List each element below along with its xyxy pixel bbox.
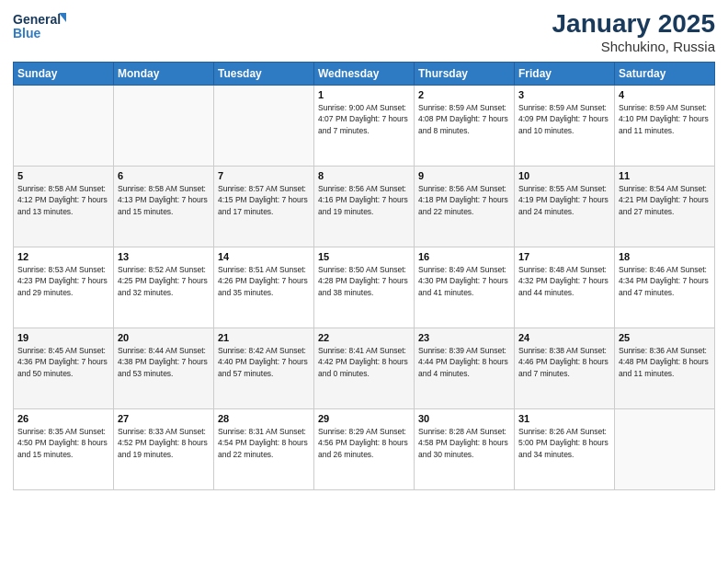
day-number: 19 xyxy=(17,332,109,343)
day-content: Sunrise: 8:50 AM Sunset: 4:28 PM Dayligh… xyxy=(318,264,410,298)
day-content: Sunrise: 8:59 AM Sunset: 4:10 PM Dayligh… xyxy=(619,102,711,136)
day-content: Sunrise: 8:41 AM Sunset: 4:42 PM Dayligh… xyxy=(318,345,410,379)
table-row: 8Sunrise: 8:56 AM Sunset: 4:16 PM Daylig… xyxy=(314,167,415,247)
table-row: 20Sunrise: 8:44 AM Sunset: 4:38 PM Dayli… xyxy=(114,328,214,409)
day-number: 21 xyxy=(218,332,310,343)
day-content: Sunrise: 8:44 AM Sunset: 4:38 PM Dayligh… xyxy=(118,345,210,379)
col-sunday: Sunday xyxy=(14,63,114,86)
logo-svg: General Blue xyxy=(13,9,66,44)
calendar-week-1: 1Sunrise: 9:00 AM Sunset: 4:07 PM Daylig… xyxy=(14,86,715,167)
day-content: Sunrise: 8:59 AM Sunset: 4:09 PM Dayligh… xyxy=(518,102,610,136)
day-number: 23 xyxy=(418,332,510,343)
day-number: 14 xyxy=(218,251,310,262)
day-content: Sunrise: 8:53 AM Sunset: 4:23 PM Dayligh… xyxy=(17,264,109,298)
day-number: 29 xyxy=(318,413,410,424)
day-number: 18 xyxy=(619,251,711,262)
day-content: Sunrise: 8:28 AM Sunset: 4:58 PM Dayligh… xyxy=(418,426,510,460)
day-content: Sunrise: 8:55 AM Sunset: 4:19 PM Dayligh… xyxy=(518,183,610,217)
svg-text:General: General xyxy=(13,12,61,27)
day-content: Sunrise: 8:58 AM Sunset: 4:13 PM Dayligh… xyxy=(118,183,210,217)
table-row: 16Sunrise: 8:49 AM Sunset: 4:30 PM Dayli… xyxy=(415,247,515,328)
day-number: 22 xyxy=(318,332,410,343)
table-row: 26Sunrise: 8:35 AM Sunset: 4:50 PM Dayli… xyxy=(14,409,114,490)
logo: General Blue xyxy=(13,9,66,44)
table-row: 5Sunrise: 8:58 AM Sunset: 4:12 PM Daylig… xyxy=(14,167,114,247)
day-number: 30 xyxy=(418,413,510,424)
day-content: Sunrise: 8:31 AM Sunset: 4:54 PM Dayligh… xyxy=(218,426,310,460)
table-row: 30Sunrise: 8:28 AM Sunset: 4:58 PM Dayli… xyxy=(415,409,515,490)
table-row: 11Sunrise: 8:54 AM Sunset: 4:21 PM Dayli… xyxy=(615,167,715,247)
day-number: 1 xyxy=(318,89,410,100)
day-number: 27 xyxy=(118,413,210,424)
day-content: Sunrise: 8:52 AM Sunset: 4:25 PM Dayligh… xyxy=(118,264,210,298)
table-row: 21Sunrise: 8:42 AM Sunset: 4:40 PM Dayli… xyxy=(214,328,314,409)
day-content: Sunrise: 8:46 AM Sunset: 4:34 PM Dayligh… xyxy=(619,264,711,298)
day-number: 5 xyxy=(17,170,109,181)
table-row: 24Sunrise: 8:38 AM Sunset: 4:46 PM Dayli… xyxy=(515,328,615,409)
day-content: Sunrise: 8:35 AM Sunset: 4:50 PM Dayligh… xyxy=(17,426,109,460)
table-row xyxy=(14,86,114,167)
table-row: 28Sunrise: 8:31 AM Sunset: 4:54 PM Dayli… xyxy=(214,409,314,490)
table-row: 18Sunrise: 8:46 AM Sunset: 4:34 PM Dayli… xyxy=(615,247,715,328)
table-row: 3Sunrise: 8:59 AM Sunset: 4:09 PM Daylig… xyxy=(515,86,615,167)
day-number: 7 xyxy=(218,170,310,181)
calendar-table: Sunday Monday Tuesday Wednesday Thursday… xyxy=(13,62,715,490)
title-block: January 2025 Shchukino, Russia xyxy=(552,9,715,54)
table-row: 25Sunrise: 8:36 AM Sunset: 4:48 PM Dayli… xyxy=(615,328,715,409)
table-row: 31Sunrise: 8:26 AM Sunset: 5:00 PM Dayli… xyxy=(515,409,615,490)
col-saturday: Saturday xyxy=(615,63,715,86)
table-row: 9Sunrise: 8:56 AM Sunset: 4:18 PM Daylig… xyxy=(415,167,515,247)
day-number: 13 xyxy=(118,251,210,262)
day-content: Sunrise: 8:58 AM Sunset: 4:12 PM Dayligh… xyxy=(17,183,109,217)
location: Shchukino, Russia xyxy=(552,39,715,54)
calendar-week-3: 12Sunrise: 8:53 AM Sunset: 4:23 PM Dayli… xyxy=(14,247,715,328)
table-row: 4Sunrise: 8:59 AM Sunset: 4:10 PM Daylig… xyxy=(615,86,715,167)
table-row: 15Sunrise: 8:50 AM Sunset: 4:28 PM Dayli… xyxy=(314,247,415,328)
header: General Blue January 2025 Shchukino, Rus… xyxy=(13,9,715,54)
day-number: 6 xyxy=(118,170,210,181)
day-content: Sunrise: 8:56 AM Sunset: 4:18 PM Dayligh… xyxy=(418,183,510,217)
day-number: 24 xyxy=(518,332,610,343)
day-number: 2 xyxy=(418,89,510,100)
day-number: 8 xyxy=(318,170,410,181)
col-thursday: Thursday xyxy=(415,63,515,86)
day-number: 9 xyxy=(418,170,510,181)
table-row: 19Sunrise: 8:45 AM Sunset: 4:36 PM Dayli… xyxy=(14,328,114,409)
month-title: January 2025 xyxy=(552,9,715,39)
day-content: Sunrise: 8:48 AM Sunset: 4:32 PM Dayligh… xyxy=(518,264,610,298)
calendar-week-4: 19Sunrise: 8:45 AM Sunset: 4:36 PM Dayli… xyxy=(14,328,715,409)
day-content: Sunrise: 8:33 AM Sunset: 4:52 PM Dayligh… xyxy=(118,426,210,460)
day-number: 31 xyxy=(518,413,610,424)
col-friday: Friday xyxy=(515,63,615,86)
day-number: 28 xyxy=(218,413,310,424)
day-content: Sunrise: 8:51 AM Sunset: 4:26 PM Dayligh… xyxy=(218,264,310,298)
day-number: 4 xyxy=(619,89,711,100)
day-number: 3 xyxy=(518,89,610,100)
calendar-week-5: 26Sunrise: 8:35 AM Sunset: 4:50 PM Dayli… xyxy=(14,409,715,490)
day-content: Sunrise: 8:49 AM Sunset: 4:30 PM Dayligh… xyxy=(418,264,510,298)
day-content: Sunrise: 8:45 AM Sunset: 4:36 PM Dayligh… xyxy=(17,345,109,379)
day-content: Sunrise: 8:36 AM Sunset: 4:48 PM Dayligh… xyxy=(619,345,711,379)
col-monday: Monday xyxy=(114,63,214,86)
day-content: Sunrise: 8:26 AM Sunset: 5:00 PM Dayligh… xyxy=(518,426,610,460)
calendar-week-2: 5Sunrise: 8:58 AM Sunset: 4:12 PM Daylig… xyxy=(14,167,715,247)
day-number: 16 xyxy=(418,251,510,262)
table-row: 7Sunrise: 8:57 AM Sunset: 4:15 PM Daylig… xyxy=(214,167,314,247)
svg-text:Blue: Blue xyxy=(13,26,41,40)
calendar-body: 1Sunrise: 9:00 AM Sunset: 4:07 PM Daylig… xyxy=(14,86,715,490)
day-number: 17 xyxy=(518,251,610,262)
table-row xyxy=(114,86,214,167)
day-content: Sunrise: 8:39 AM Sunset: 4:44 PM Dayligh… xyxy=(418,345,510,379)
day-number: 25 xyxy=(619,332,711,343)
table-row xyxy=(615,409,715,490)
day-content: Sunrise: 8:59 AM Sunset: 4:08 PM Dayligh… xyxy=(418,102,510,136)
day-number: 20 xyxy=(118,332,210,343)
day-number: 15 xyxy=(318,251,410,262)
day-number: 12 xyxy=(17,251,109,262)
day-number: 26 xyxy=(17,413,109,424)
day-content: Sunrise: 8:54 AM Sunset: 4:21 PM Dayligh… xyxy=(619,183,711,217)
table-row: 2Sunrise: 8:59 AM Sunset: 4:08 PM Daylig… xyxy=(415,86,515,167)
table-row: 29Sunrise: 8:29 AM Sunset: 4:56 PM Dayli… xyxy=(314,409,415,490)
table-row: 22Sunrise: 8:41 AM Sunset: 4:42 PM Dayli… xyxy=(314,328,415,409)
table-row: 13Sunrise: 8:52 AM Sunset: 4:25 PM Dayli… xyxy=(114,247,214,328)
